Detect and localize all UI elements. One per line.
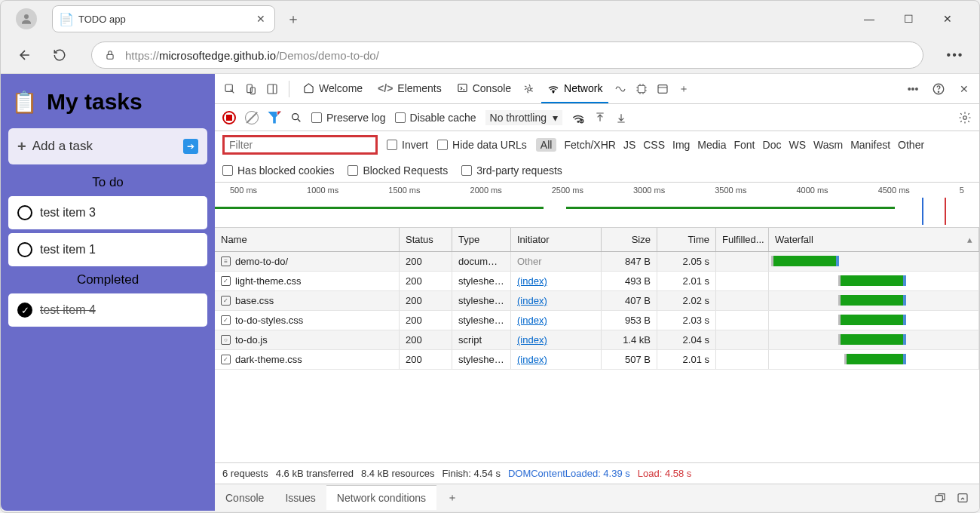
filter-type[interactable]: Fetch/XHR [564,139,615,151]
tab-network[interactable]: Network [541,75,608,103]
clear-button[interactable] [245,111,259,124]
drawer-expand-icon[interactable] [934,492,946,504]
submit-task-button[interactable]: ➔ [183,139,198,154]
drawer-console[interactable]: Console [215,486,274,510]
search-icon[interactable] [290,112,302,124]
hide-data-urls-checkbox[interactable]: Hide data URLs [437,139,527,151]
network-conditions-icon[interactable] [571,111,585,124]
upload-icon[interactable] [594,112,606,124]
task-label: test item 4 [40,303,96,317]
network-settings-icon[interactable] [958,111,972,124]
col-size[interactable]: Size [602,228,657,251]
drawer-add-tab[interactable]: ＋ [436,485,468,511]
request-row[interactable]: ≡demo-to-do/200docum…Other847 B2.05 s [215,252,979,272]
address-bar[interactable]: https://microsoftedge.github.io/Demos/de… [91,41,923,69]
filter-type[interactable]: CSS [643,139,665,151]
filter-type[interactable]: Font [734,139,755,151]
request-row[interactable]: ✓base.css200styleshe…(index)407 B2.02 s [215,291,979,311]
add-task-placeholder: Add a task [32,139,93,154]
memory-icon[interactable] [632,80,651,98]
minimize-button[interactable]: — [859,8,880,29]
svg-point-9 [553,91,553,92]
new-tab-button[interactable]: ＋ [281,7,305,31]
performance-icon[interactable] [611,80,629,98]
url-text: https://microsoftedge.github.io/Demos/de… [125,49,379,62]
application-icon[interactable] [654,80,672,98]
request-row[interactable]: ✓to-do-styles.css200styleshe…(index)953 … [215,311,979,330]
col-fulfilled[interactable]: Fulfilled... [716,228,769,251]
col-waterfall[interactable]: Waterfall▴ [769,228,979,251]
filter-type[interactable]: JS [623,139,635,151]
col-time[interactable]: Time [657,228,716,251]
record-button[interactable] [222,111,236,124]
col-type[interactable]: Type [452,228,511,251]
close-tab-icon[interactable]: ✕ [255,13,267,25]
task-item-done[interactable]: ✓test item 4 [8,293,207,327]
refresh-button[interactable] [49,45,70,66]
customize-icon[interactable]: ••• [904,80,922,98]
navigation-bar: https://microsoftedge.github.io/Demos/de… [1,37,979,73]
unchecked-icon[interactable] [17,242,32,257]
resource-type-filters: All Fetch/XHR JS CSS Img Media Font Doc … [536,138,924,152]
dock-icon[interactable] [263,80,281,98]
request-row[interactable]: ✓dark-theme.css200styleshe…(index)507 B2… [215,350,979,370]
filter-toggle-icon[interactable] [268,112,281,124]
filter-type[interactable]: Other [898,139,924,151]
close-devtools-button[interactable]: ✕ [955,80,973,98]
task-label: test item 1 [40,243,96,256]
profile-avatar[interactable] [16,8,37,29]
summary-resources: 8.4 kB resources [361,468,435,479]
col-initiator[interactable]: Initiator [511,228,602,251]
throttling-select[interactable]: No throttling ▾ [485,110,562,125]
block-row: Has blocked cookies Blocked Requests 3rd… [215,158,979,183]
back-button[interactable] [14,45,35,66]
filter-type[interactable]: Wasm [813,139,843,151]
filter-input[interactable] [222,135,378,155]
add-task-input[interactable]: + Add a task ➔ [8,128,207,164]
disable-cache-checkbox[interactable]: Disable cache [395,112,476,124]
maximize-button[interactable]: ☐ [898,8,919,29]
invert-checkbox[interactable]: Invert [387,139,428,151]
filter-type[interactable]: Img [672,139,690,151]
tab-console[interactable]: Console [451,75,517,103]
filter-type[interactable]: Media [697,139,726,151]
timeline-overview[interactable]: 500 ms1000 ms1500 ms2000 ms2500 ms3000 m… [215,183,979,228]
col-status[interactable]: Status [400,228,452,251]
checked-icon[interactable]: ✓ [17,303,32,318]
more-tabs-button[interactable]: ＋ [675,80,693,98]
filter-type[interactable]: WS [789,139,806,151]
plus-icon: + [17,138,26,155]
tab-title: TODO app [78,14,249,25]
sources-icon[interactable] [520,80,538,98]
device-toggle-icon[interactable] [242,80,260,98]
svg-point-18 [963,115,967,119]
devtools-panel: Welcome </>Elements Console Network ＋ ••… [215,74,979,511]
close-window-button[interactable]: ✕ [937,8,958,29]
svg-point-15 [292,113,299,119]
tab-elements[interactable]: </>Elements [372,75,448,103]
col-name[interactable]: Name [215,228,400,251]
drawer-issues[interactable]: Issues [274,486,326,510]
svg-rect-10 [639,85,645,92]
blocked-requests-checkbox[interactable]: Blocked Requests [348,164,448,177]
timeline-ticks: 500 ms1000 ms1500 ms2000 ms2500 ms3000 m… [215,186,979,195]
blocked-cookies-checkbox[interactable]: Has blocked cookies [222,164,334,177]
preserve-log-checkbox[interactable]: Preserve log [311,112,386,124]
tab-welcome[interactable]: Welcome [297,75,369,103]
filter-type[interactable]: Doc [763,139,782,151]
filter-all[interactable]: All [536,138,557,152]
third-party-checkbox[interactable]: 3rd-party requests [461,164,562,177]
help-icon[interactable] [929,80,948,98]
request-row[interactable]: ✓light-theme.css200styleshe…(index)493 B… [215,272,979,291]
inspect-icon[interactable] [221,80,239,98]
drawer-network-conditions[interactable]: Network conditions [326,485,436,510]
browser-tab[interactable]: 📄 TODO app ✕ [52,5,275,32]
request-row[interactable]: ○to-do.js200script(index)1.4 kB2.04 s [215,330,979,350]
task-item[interactable]: test item 3 [8,196,207,229]
browser-menu-button[interactable]: ••• [945,45,966,66]
unchecked-icon[interactable] [17,205,32,220]
filter-type[interactable]: Manifest [850,139,890,151]
drawer-collapse-icon[interactable] [957,492,969,504]
task-item[interactable]: test item 1 [8,233,207,266]
download-icon[interactable] [615,112,627,124]
